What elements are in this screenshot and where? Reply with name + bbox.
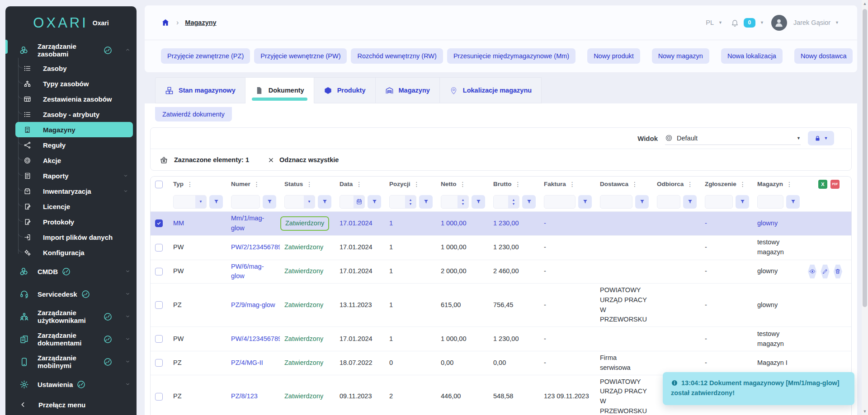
- tab-produkty[interactable]: Produkty: [314, 77, 376, 103]
- action-button-nowy-magazyn[interactable]: Nowy magazyn: [652, 48, 709, 64]
- approve-documents-button[interactable]: Zatwierdź dokumenty: [155, 107, 232, 121]
- funnel-icon[interactable]: [368, 195, 381, 209]
- chevron-down-icon[interactable]: ▼: [718, 20, 722, 25]
- column-header-dostawca[interactable]: Dostawca⋮: [595, 180, 652, 189]
- cell-number[interactable]: PW/2/123456789: [226, 241, 280, 254]
- funnel-icon[interactable]: [736, 195, 749, 209]
- chevron-down-icon[interactable]: [125, 358, 131, 366]
- view-select[interactable]: Default ▼: [665, 131, 801, 145]
- row-checkbox[interactable]: [155, 301, 163, 309]
- column-header-zgloszenie[interactable]: Zgłoszenie⋮: [700, 180, 753, 189]
- sidebar-item-licencje[interactable]: Licencje: [15, 199, 133, 214]
- sidebar-section-cmdb[interactable]: CMDB: [5, 260, 137, 283]
- sidebar-item-konfiguracja[interactable]: Konfiguracja: [15, 245, 133, 260]
- chevron-down-icon[interactable]: ▼: [760, 20, 764, 25]
- menu-toggle-button[interactable]: Przełącz menu: [5, 394, 137, 415]
- row-checkbox[interactable]: [155, 335, 163, 343]
- column-header-numer[interactable]: Numer⋮: [226, 180, 280, 189]
- column-header-magazyn[interactable]: Magazyn⋮: [753, 180, 803, 189]
- avatar[interactable]: [771, 15, 787, 31]
- chevron-down-icon[interactable]: ▼: [195, 196, 206, 208]
- column-menu-icon[interactable]: ⋮: [687, 180, 693, 189]
- funnel-icon[interactable]: [472, 195, 485, 209]
- sidebar-item-akcje[interactable]: Akcje: [15, 153, 133, 168]
- filter-number-netto[interactable]: ▲▼: [441, 195, 469, 209]
- action-button-nowy-dostawca[interactable]: Nowy dostawca: [794, 48, 853, 64]
- scroll-up-arrow[interactable]: ▲: [862, 1, 868, 6]
- column-menu-icon[interactable]: ⋮: [569, 180, 576, 189]
- sidebar-item-reguly[interactable]: Reguły: [15, 137, 133, 153]
- edit-row-button[interactable]: [821, 264, 829, 279]
- sidebar-item-typy-zasobow[interactable]: Typy zasobów: [15, 76, 133, 91]
- action-button-przyjecie-wewnetrzne-pw[interactable]: Przyjęcie wewnętrzne (PW): [254, 48, 347, 64]
- sidebar-section-zarzadzanie-zasobami[interactable]: Zarządzanie zasobami: [5, 40, 137, 61]
- column-header-typ[interactable]: Typ⋮: [169, 180, 226, 189]
- notification-badge[interactable]: 0: [744, 18, 755, 28]
- filter-number-pozycji[interactable]: ▲▼: [389, 195, 416, 209]
- tab-stan-magazynowy[interactable]: Stan magazynowy: [155, 77, 245, 103]
- lock-view-button[interactable]: ▼: [808, 131, 834, 145]
- sidebar-section-zarzadzanie-uzytkownikami[interactable]: Zarządzanie użytkownikami: [5, 305, 137, 328]
- filter-select-status[interactable]: ▼: [284, 195, 315, 209]
- row-checkbox[interactable]: [155, 359, 163, 367]
- column-menu-icon[interactable]: ⋮: [254, 180, 260, 189]
- funnel-icon[interactable]: [635, 195, 649, 209]
- column-header-netto[interactable]: Netto⋮: [436, 180, 489, 189]
- view-row-button[interactable]: [808, 264, 816, 279]
- breadcrumb-link[interactable]: Magazyny: [185, 19, 216, 26]
- column-header-pozycji[interactable]: Pozycji⋮: [385, 180, 436, 189]
- tab-dokumenty[interactable]: Dokumenty: [245, 77, 314, 103]
- filter-date-data[interactable]: [340, 195, 365, 209]
- home-icon[interactable]: [161, 18, 170, 27]
- row-checkbox[interactable]: [155, 219, 163, 227]
- sidebar-item-protokoly[interactable]: Protokoły: [15, 214, 133, 229]
- chevron-down-icon[interactable]: [125, 336, 131, 343]
- action-button-rozchod-wewnetrzny-rw[interactable]: Rozchód wewnętrzny (RW): [351, 48, 443, 64]
- sidebar-item-zasoby-atrybuty[interactable]: Zasoby - atrybuty: [15, 107, 133, 122]
- column-menu-icon[interactable]: ⋮: [414, 180, 420, 189]
- action-button-nowa-lokalizacja[interactable]: Nowa lokalizacja: [721, 48, 783, 64]
- column-menu-icon[interactable]: ⋮: [356, 180, 362, 189]
- funnel-icon[interactable]: [318, 195, 331, 209]
- sidebar-item-inwentaryzacja[interactable]: Inwentaryzacja: [15, 183, 133, 199]
- cell-number[interactable]: PW/6/mag-glow: [226, 260, 280, 284]
- column-header-odbiorca[interactable]: Odbiorca⋮: [652, 180, 700, 189]
- filter-input-dostawca[interactable]: [600, 195, 632, 209]
- deselect-all-button[interactable]: Odznacz wszystkie: [268, 156, 339, 163]
- table-row[interactable]: MMMm/1/mag-glowZatwierdzony17.01.202411 …: [151, 212, 851, 236]
- funnel-icon[interactable]: [683, 195, 697, 209]
- table-row[interactable]: PWPW/2/123456789Zatwierdzony17.01.202411…: [151, 236, 851, 260]
- cell-number[interactable]: Mm/1/mag-glow: [226, 212, 280, 235]
- column-header-status[interactable]: Status⋮: [280, 180, 335, 189]
- funnel-icon[interactable]: [786, 195, 800, 209]
- filter-input-odbiorca[interactable]: [657, 195, 680, 209]
- filter-input-numer[interactable]: [231, 195, 260, 209]
- cell-number[interactable]: PZ/9/mag-glow: [226, 298, 280, 312]
- table-row[interactable]: PZPZ/4/MG-IIZatwierdzony18.07.202200,000…: [151, 351, 851, 375]
- chevron-down-icon[interactable]: ▼: [835, 20, 839, 25]
- column-menu-icon[interactable]: ⋮: [740, 180, 746, 189]
- language-selector[interactable]: PL: [706, 19, 714, 26]
- delete-row-button[interactable]: [834, 264, 842, 279]
- cell-number[interactable]: PZ/4/MG-II: [226, 356, 280, 370]
- filter-input-zgloszenie[interactable]: [705, 195, 733, 209]
- pdf-icon[interactable]: PDF: [830, 180, 840, 189]
- chevron-down-icon[interactable]: [125, 313, 131, 321]
- chevron-down-icon[interactable]: [123, 172, 128, 180]
- table-row[interactable]: PWPW/4/123456789Zatwierdzony17.01.202411…: [151, 327, 851, 351]
- cell-number[interactable]: PW/4/123456789: [226, 332, 280, 346]
- column-header-faktura[interactable]: Faktura⋮: [539, 180, 595, 189]
- sidebar-item-import-plikow-danych[interactable]: Import plików danych: [15, 229, 133, 245]
- filter-input-magazyn[interactable]: [757, 195, 783, 209]
- funnel-icon[interactable]: [209, 195, 223, 209]
- select-all-checkbox[interactable]: [155, 181, 163, 188]
- column-header-data[interactable]: Data⋮: [335, 180, 385, 189]
- sidebar-section-servicedesk[interactable]: Servicedesk: [5, 283, 137, 305]
- row-checkbox[interactable]: [155, 268, 163, 275]
- column-menu-icon[interactable]: ⋮: [632, 180, 638, 189]
- sidebar-item-raporty[interactable]: Raporty: [15, 168, 133, 183]
- column-menu-icon[interactable]: ⋮: [460, 180, 466, 189]
- tab-lokalizacje-magazynu[interactable]: Lokalizacje magazynu: [440, 77, 542, 103]
- column-header-brutto[interactable]: Brutto⋮: [489, 180, 539, 189]
- toast-notification[interactable]: 13:04:12 Dokument magazynowy [Mm/1/mag-g…: [663, 372, 854, 405]
